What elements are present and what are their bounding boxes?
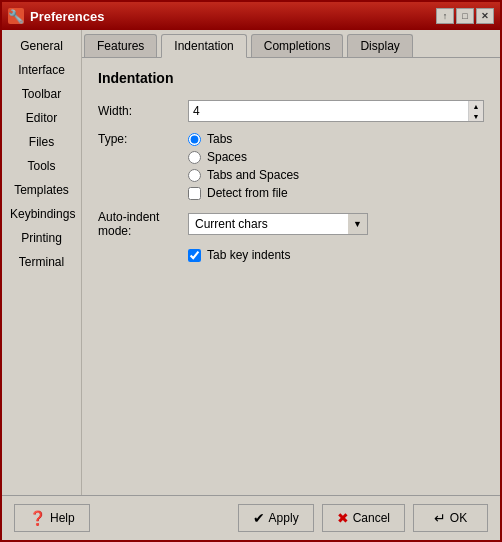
tab-key-indent-row: Tab key indents bbox=[188, 248, 484, 262]
radio-tabs-row: Tabs bbox=[188, 132, 484, 146]
titlebar-left: 🔧 Preferences bbox=[8, 8, 104, 24]
sidebar-item-general[interactable]: General bbox=[2, 34, 81, 58]
tabs-bar: Features Indentation Completions Display bbox=[82, 30, 500, 58]
type-radio-group: Tabs Spaces Tabs and Spaces Detect bbox=[188, 132, 484, 200]
radio-tabs-and-spaces[interactable] bbox=[188, 169, 201, 182]
radio-spaces-row: Spaces bbox=[188, 150, 484, 164]
checkbox-detect-from-file[interactable] bbox=[188, 187, 201, 200]
tab-indentation[interactable]: Indentation bbox=[161, 34, 246, 58]
width-decrement-button[interactable]: ▼ bbox=[469, 111, 483, 121]
width-input-wrapper: ▲ ▼ bbox=[188, 100, 484, 122]
auto-indent-label: Auto-indent mode: bbox=[98, 210, 188, 238]
sidebar-item-printing[interactable]: Printing bbox=[2, 226, 81, 250]
titlebar-controls: ↑ □ ✕ bbox=[436, 8, 494, 24]
apply-icon: ✔ bbox=[253, 510, 265, 526]
radio-tabs-and-spaces-label: Tabs and Spaces bbox=[207, 168, 299, 182]
cancel-label: Cancel bbox=[353, 511, 390, 525]
tab-display[interactable]: Display bbox=[347, 34, 412, 57]
width-increment-button[interactable]: ▲ bbox=[469, 101, 483, 111]
width-row: Width: ▲ ▼ bbox=[98, 100, 484, 122]
sidebar-item-editor[interactable]: Editor bbox=[2, 106, 81, 130]
tab-completions[interactable]: Completions bbox=[251, 34, 344, 57]
help-button[interactable]: ❓ Help bbox=[14, 504, 90, 532]
width-label: Width: bbox=[98, 104, 188, 118]
close-button[interactable]: ✕ bbox=[476, 8, 494, 24]
sidebar: General Interface Toolbar Editor Files T… bbox=[2, 30, 82, 495]
footer: ❓ Help ✔ Apply ✖ Cancel ↵ OK bbox=[2, 495, 500, 540]
radio-tabs-spaces-row: Tabs and Spaces bbox=[188, 168, 484, 182]
cancel-icon: ✖ bbox=[337, 510, 349, 526]
window-title: Preferences bbox=[30, 9, 104, 24]
titlebar: 🔧 Preferences ↑ □ ✕ bbox=[2, 2, 500, 30]
main-content: General Interface Toolbar Editor Files T… bbox=[2, 30, 500, 495]
radio-spaces-label: Spaces bbox=[207, 150, 247, 164]
sidebar-item-tools[interactable]: Tools bbox=[2, 154, 81, 178]
checkbox-tab-key-indents[interactable] bbox=[188, 249, 201, 262]
auto-indent-select[interactable]: Current chars None Normal Auto bbox=[188, 213, 368, 235]
sidebar-item-files[interactable]: Files bbox=[2, 130, 81, 154]
ok-icon: ↵ bbox=[434, 510, 446, 526]
radio-tabs-label: Tabs bbox=[207, 132, 232, 146]
apply-button[interactable]: ✔ Apply bbox=[238, 504, 314, 532]
width-input[interactable] bbox=[189, 102, 468, 120]
preferences-window: 🔧 Preferences ↑ □ ✕ General Interface To… bbox=[0, 0, 502, 542]
radio-tabs[interactable] bbox=[188, 133, 201, 146]
width-spinner: ▲ ▼ bbox=[468, 101, 483, 121]
ok-button[interactable]: ↵ OK bbox=[413, 504, 488, 532]
auto-indent-row: Auto-indent mode: Current chars None Nor… bbox=[98, 210, 484, 238]
panel-title: Indentation bbox=[98, 70, 484, 86]
detect-from-file-row: Detect from file bbox=[188, 186, 484, 200]
sidebar-item-toolbar[interactable]: Toolbar bbox=[2, 82, 81, 106]
ok-label: OK bbox=[450, 511, 467, 525]
sidebar-item-interface[interactable]: Interface bbox=[2, 58, 81, 82]
help-icon: ❓ bbox=[29, 510, 46, 526]
tab-key-indents-label: Tab key indents bbox=[207, 248, 290, 262]
panel-content: Indentation Width: ▲ ▼ bbox=[82, 58, 500, 495]
cancel-button[interactable]: ✖ Cancel bbox=[322, 504, 405, 532]
sidebar-item-keybindings[interactable]: Keybindings bbox=[2, 202, 81, 226]
width-control: ▲ ▼ bbox=[188, 100, 484, 122]
sidebar-item-templates[interactable]: Templates bbox=[2, 178, 81, 202]
auto-indent-select-wrapper: Current chars None Normal Auto ▼ bbox=[188, 213, 368, 235]
app-icon: 🔧 bbox=[8, 8, 24, 24]
help-label: Help bbox=[50, 511, 75, 525]
sidebar-item-terminal[interactable]: Terminal bbox=[2, 250, 81, 274]
tab-features[interactable]: Features bbox=[84, 34, 157, 57]
apply-label: Apply bbox=[269, 511, 299, 525]
detect-from-file-label: Detect from file bbox=[207, 186, 288, 200]
footer-right: ✔ Apply ✖ Cancel ↵ OK bbox=[238, 504, 488, 532]
right-panel: Features Indentation Completions Display… bbox=[82, 30, 500, 495]
maximize-button[interactable]: □ bbox=[456, 8, 474, 24]
up-button[interactable]: ↑ bbox=[436, 8, 454, 24]
radio-spaces[interactable] bbox=[188, 151, 201, 164]
type-row: Type: Tabs Spaces Tabs and Spaces bbox=[98, 132, 484, 200]
type-label: Type: bbox=[98, 132, 188, 146]
